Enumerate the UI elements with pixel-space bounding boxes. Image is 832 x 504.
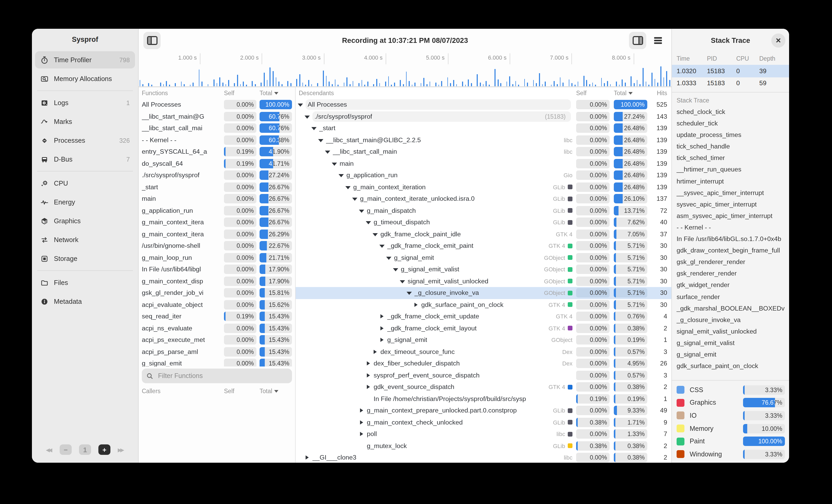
descendant-row[interactable]: _gdk_frame_clock_emit_paintGTK 40.00%5.7…: [296, 240, 671, 252]
function-row[interactable]: In File /usr/lib64/libgl0.00%17.90%17.90…: [139, 263, 295, 275]
sample-row[interactable]: 1.032015183039: [672, 65, 789, 77]
cpu-activity-chart[interactable]: [139, 64, 671, 87]
descendant-row[interactable]: main0.00%26.48%26.48%139: [296, 158, 671, 169]
collapse-icon[interactable]: [366, 219, 371, 226]
descendant-row[interactable]: _gdk_frame_clock_emit_updateGTK 40.00%0.…: [296, 311, 671, 322]
descendant-row[interactable]: signal_emit_valist_unlockedGObject0.00%5…: [296, 275, 671, 287]
sidebar-item-time-profiler[interactable]: Time Profiler798: [35, 51, 135, 68]
stack-frame[interactable]: signal_emit_valist_unlocked: [672, 326, 789, 337]
collapse-icon[interactable]: [393, 267, 398, 273]
functions-total-header[interactable]: Total: [260, 90, 292, 96]
descendant-row[interactable]: __libc_start_main@GLIBC_2.2.5libc0.00%26…: [296, 134, 671, 146]
collapse-icon[interactable]: [332, 161, 337, 167]
stack-frame[interactable]: _gdk_marshal_BOOLEAN__BOXEDv: [672, 303, 789, 314]
toggle-stack-panel-button[interactable]: [629, 32, 646, 49]
function-row[interactable]: acpi_ns_evaluate0.00%15.43%15.43%: [139, 322, 295, 334]
collapse-icon[interactable]: [386, 255, 391, 261]
stack-frame[interactable]: asm_sysvec_apic_timer_interrupt: [672, 210, 789, 222]
collapse-icon[interactable]: [400, 278, 405, 284]
descendant-row[interactable]: _g_closure_invoke_vaGObject0.00%5.71%5.7…: [296, 287, 671, 299]
zoom-out-button[interactable]: −: [60, 444, 72, 455]
expand-icon[interactable]: [366, 384, 371, 390]
function-row[interactable]: acpi_ps_execute_met0.00%15.43%15.43%: [139, 334, 295, 346]
descendant-row[interactable]: g_mutex_lockGLib0.38%0.38%0.38%0.38%2: [296, 440, 671, 452]
callers-self-header[interactable]: Self: [224, 388, 256, 394]
descendant-row[interactable]: In File /home/christian/Projects/sysprof…: [296, 393, 671, 405]
descendants-header-label[interactable]: Descendants: [299, 90, 576, 96]
expand-icon[interactable]: [380, 313, 385, 320]
sidebar-item-storage[interactable]: Storage: [35, 250, 135, 267]
stack-frame[interactable]: update_process_times: [672, 129, 789, 141]
stack-frame[interactable]: gdk_surface_paint_on_clock: [672, 360, 789, 372]
descendant-row[interactable]: g_application_runGio0.00%26.48%26.48%139: [296, 169, 671, 181]
function-row[interactable]: g_main_loop_run0.00%21.71%21.71%: [139, 252, 295, 263]
expand-icon[interactable]: [372, 349, 378, 355]
filter-functions-input[interactable]: [157, 372, 287, 380]
descendant-row[interactable]: g_signal_emit_valistGObject0.00%5.71%5.7…: [296, 263, 671, 275]
descendants-self-header[interactable]: Self: [576, 90, 609, 96]
function-row[interactable]: g_main_context_disp0.00%17.90%17.90%: [139, 275, 295, 287]
descendant-row[interactable]: sysprof_perf_event_source_dispatch0.00%0…: [296, 369, 671, 381]
collapse-icon[interactable]: [325, 149, 330, 155]
functions-header-label[interactable]: Functions: [142, 90, 224, 96]
function-row[interactable]: g_main_context_itera0.00%26.67%26.67%: [139, 217, 295, 228]
descendant-row[interactable]: dex_timeout_source_funcDex0.00%0.57%0.57…: [296, 346, 671, 358]
functions-self-header[interactable]: Self: [224, 90, 256, 96]
descendants-hits-header[interactable]: Hits: [651, 90, 667, 96]
descendant-row[interactable]: g_signal_emitGObject0.00%0.19%0.19%1: [296, 334, 671, 346]
zoom-in-button[interactable]: +: [98, 444, 110, 455]
descendant-row[interactable]: _gdk_frame_clock_emit_layoutGTK 40.00%0.…: [296, 322, 671, 334]
skip-forward-icon[interactable]: ▶▶: [118, 447, 124, 452]
expand-icon[interactable]: [359, 431, 364, 437]
expand-icon[interactable]: [413, 302, 419, 308]
collapse-icon[interactable]: [352, 196, 357, 202]
stack-frame[interactable]: sched_clock_tick: [672, 106, 789, 118]
function-row[interactable]: All Processes0.00%100.00%100.00%: [139, 99, 295, 111]
descendant-row[interactable]: g_main_context_prepare_unlocked.part.0.c…: [296, 405, 671, 416]
function-row[interactable]: - - Kernel - -0.00%60.38%60.38%: [139, 134, 295, 146]
stack-frame[interactable]: scheduler_tick: [672, 118, 789, 129]
stack-frame[interactable]: gtk_widget_render: [672, 279, 789, 291]
samples-col-pid[interactable]: PID: [707, 55, 736, 62]
callers-header-label[interactable]: Callers: [142, 388, 224, 394]
descendant-row[interactable]: dex_fiber_scheduler_dispatchDex0.00%4.95…: [296, 358, 671, 369]
function-row[interactable]: entry_SYSCALL_64_a0.19%0.19%41.90%41.90%: [139, 146, 295, 158]
stack-frame[interactable]: tick_sched_timer: [672, 152, 789, 164]
sidebar-item-graphics[interactable]: Graphics: [35, 212, 135, 229]
descendant-row[interactable]: All Processes0.00%100.00%100.00%525: [296, 99, 671, 111]
close-stack-panel-button[interactable]: ✕: [771, 33, 785, 48]
descendant-row[interactable]: g_main_dispatchGLib0.00%13.71%13.71%72: [296, 205, 671, 217]
function-row[interactable]: __libc_start_call_mai0.00%60.76%60.76%: [139, 122, 295, 134]
expand-icon[interactable]: [380, 337, 385, 343]
descendant-row[interactable]: g_signal_emitGObject0.00%5.71%5.71%30: [296, 252, 671, 263]
sidebar-item-network[interactable]: Network: [35, 231, 135, 248]
samples-col-depth[interactable]: Depth: [759, 55, 782, 62]
descendant-row[interactable]: g_main_context_iterate_unlocked.isra.0GL…: [296, 193, 671, 205]
descendants-total-header[interactable]: Total: [614, 90, 647, 96]
stack-frame[interactable]: gsk_gl_renderer_render: [672, 256, 789, 268]
stack-frame[interactable]: g_signal_emit_valist: [672, 337, 789, 349]
stack-frame[interactable]: - - Kernel - -: [672, 222, 789, 233]
zoom-level-button[interactable]: 1: [79, 444, 91, 455]
stack-frame[interactable]: _g_closure_invoke_va: [672, 314, 789, 326]
function-row[interactable]: _start0.00%26.67%26.67%: [139, 181, 295, 193]
sample-row[interactable]: 1.033315183059: [672, 77, 789, 89]
function-row[interactable]: seq_read_iter0.19%0.19%15.43%15.43%: [139, 311, 295, 322]
expand-icon[interactable]: [366, 372, 371, 379]
collapse-icon[interactable]: [372, 231, 378, 237]
function-row[interactable]: acpi_ps_parse_aml0.00%15.43%15.43%: [139, 346, 295, 358]
sidebar-item-metadata[interactable]: Metadata: [35, 293, 135, 310]
menu-button[interactable]: [649, 32, 667, 49]
descendant-row[interactable]: ./src/sysprof/sysprof(15183)0.00%27.24%2…: [296, 111, 671, 122]
sidebar-item-logs[interactable]: Logs1: [35, 94, 135, 111]
descendant-row[interactable]: g_main_context_check_unlockedGLib0.38%0.…: [296, 416, 671, 428]
time-ruler[interactable]: 1.000 s2.000 s3.000 s4.000 s5.000 s6.000…: [139, 52, 671, 64]
collapse-icon[interactable]: [298, 102, 303, 108]
descendant-row[interactable]: __GI___clone3libc0.00%0.38%0.38%2: [296, 452, 671, 463]
expand-icon[interactable]: [366, 361, 371, 367]
collapse-icon[interactable]: [345, 184, 350, 190]
function-row[interactable]: g_main_context_itera0.00%26.29%26.29%: [139, 228, 295, 240]
expand-icon[interactable]: [359, 419, 364, 426]
function-row[interactable]: ./src/sysprof/sysprof0.00%27.24%27.24%: [139, 169, 295, 181]
collapse-icon[interactable]: [380, 243, 385, 249]
